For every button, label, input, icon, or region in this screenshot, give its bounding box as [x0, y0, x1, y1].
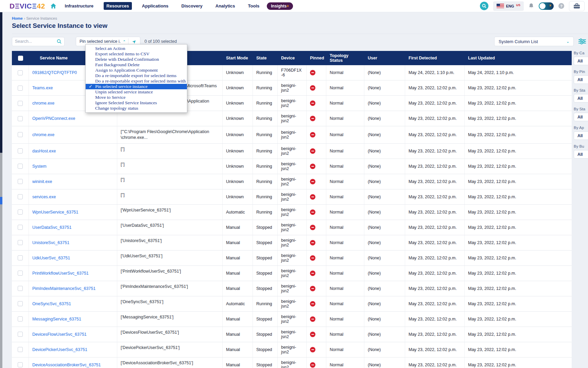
row-checkbox[interactable] — [18, 101, 23, 106]
action-menu-item[interactable]: Do a re-importable export for selected i… — [86, 78, 187, 84]
service-name-link[interactable]: wininit.exe — [32, 179, 52, 184]
start-mode-cell: Manual — [223, 266, 253, 281]
service-name-link[interactable]: UserDataSvc_63751 — [32, 225, 71, 230]
service-name-link[interactable]: UnistoreSvc_63751 — [32, 240, 69, 245]
header-last-updated[interactable]: Last Updated — [465, 51, 572, 65]
row-checkbox[interactable] — [18, 179, 23, 184]
briefcase-icon[interactable] — [569, 1, 585, 11]
row-checkbox[interactable] — [18, 194, 23, 199]
service-name-link[interactable]: DevicesFlowUserSvc_63751 — [32, 332, 87, 337]
global-search-icon[interactable] — [480, 2, 488, 10]
service-name-cell: OpenVPNConnect.exe — [29, 111, 117, 126]
header-device[interactable]: Device — [278, 51, 307, 65]
action-menu-item[interactable]: Ignore Selected Service Instances — [86, 100, 187, 106]
header-first-detected[interactable]: First Detected — [405, 51, 465, 65]
header-state[interactable]: State — [253, 51, 278, 65]
row-checkbox[interactable] — [18, 301, 23, 306]
nav-menu-item[interactable]: Tools — [245, 2, 262, 10]
select-all-checkbox[interactable] — [18, 56, 23, 61]
service-name-link[interactable]: UdkUserSvc_63751 — [32, 256, 70, 260]
pinned-status-icon — [310, 286, 315, 291]
row-checkbox[interactable] — [18, 132, 23, 137]
row-checkbox[interactable] — [18, 332, 23, 337]
nav-menu-item[interactable]: Applications — [139, 2, 171, 10]
service-name-link[interactable]: PrintWorkflowUserSvc_63751 — [32, 271, 89, 276]
service-name-link[interactable]: DeviceAssociationBrokerSvc_63751 — [32, 363, 101, 367]
action-select[interactable]: Pin selected service i... — [76, 39, 121, 44]
service-name-cell: OneSyncSvc_63751 — [29, 296, 117, 311]
filter-select[interactable]: All — [574, 75, 588, 84]
nav-menu-item[interactable]: Infrastructure — [62, 2, 97, 10]
nav-menu-item[interactable]: Resources — [104, 2, 132, 10]
column-list-select[interactable]: System Column List ⌄ — [494, 37, 574, 46]
action-menu-item[interactable]: Change topology status — [86, 106, 187, 111]
column-settings-icon[interactable] — [578, 38, 586, 44]
row-checkbox-cell — [12, 357, 29, 368]
first-detected-cell: May 23, 2022, 12:02 p.m. — [405, 111, 465, 126]
help-icon[interactable]: ? — [558, 3, 564, 9]
nav-menu-item[interactable]: Discovery — [179, 2, 205, 10]
header-topology-status[interactable]: Topology Status — [326, 51, 364, 65]
row-checkbox[interactable] — [18, 225, 23, 230]
search-input[interactable] — [15, 39, 57, 44]
action-menu-item[interactable]: Move to Service — [86, 95, 187, 100]
service-name-link[interactable]: PimIndexMaintenanceSvc_63751 — [32, 286, 96, 291]
nav-menu-item[interactable]: Analytics — [213, 2, 238, 10]
row-checkbox[interactable] — [18, 271, 23, 276]
action-menu-item[interactable]: Do a re-importable export for selected i… — [86, 73, 187, 78]
action-menu-item[interactable]: Delete with Detailed Confirmation — [86, 57, 187, 62]
row-checkbox[interactable] — [18, 255, 23, 260]
left-rail-scrollbar[interactable] — [0, 153, 2, 368]
device42-logo[interactable]: DΞVICΞ 42 — [10, 2, 45, 10]
action-menu-item[interactable]: Select an Action — [86, 46, 187, 51]
row-checkbox-cell — [12, 342, 29, 357]
filter-select[interactable]: All — [574, 94, 588, 103]
service-name-link[interactable]: OneSyncSvc_63751 — [32, 301, 71, 306]
insights-button[interactable]: Insights+ — [267, 2, 293, 10]
service-name-link[interactable]: dasHost.exe — [32, 149, 56, 153]
row-checkbox[interactable] — [18, 116, 23, 121]
row-checkbox[interactable] — [18, 209, 23, 215]
service-name-link[interactable]: OpenVPNConnect.exe — [32, 116, 75, 121]
row-checkbox[interactable] — [18, 286, 23, 291]
table-row: UserDataSvc_63751 ['UserDataSvc_63751'] … — [12, 220, 572, 235]
service-name-link[interactable]: 091862/QTCP/QTFTP0 — [32, 70, 77, 75]
row-checkbox[interactable] — [18, 240, 23, 245]
theme-toggle[interactable]: ☀ — [539, 2, 554, 10]
row-checkbox[interactable] — [18, 164, 23, 169]
service-name-link[interactable]: chrome.exe — [32, 101, 54, 106]
notifications-bell-icon[interactable] — [529, 3, 534, 9]
service-name-cell: DeviceAssociationBrokerSvc_63751 — [29, 357, 117, 368]
row-checkbox[interactable] — [18, 362, 23, 367]
language-selector[interactable]: ENG US — [493, 1, 524, 11]
action-menu-item[interactable]: ✓Pin selected service instance — [86, 84, 187, 89]
filter-select[interactable]: All — [574, 57, 588, 65]
service-name-link[interactable]: Teams.exe — [32, 86, 53, 90]
left-rail-collapsed-tab[interactable] — [0, 197, 2, 204]
action-menu-item[interactable]: Export selected items to CSV — [86, 51, 187, 57]
filter-select[interactable]: All — [574, 131, 588, 140]
action-menu-item[interactable]: Assign to Application Component — [86, 68, 187, 73]
device-cell: benigni-jsn2 — [278, 342, 307, 357]
files-cell: ['"C:\Program Files\Google\Chrome\Applic… — [117, 126, 223, 143]
home-icon[interactable] — [51, 3, 56, 8]
row-checkbox[interactable] — [18, 86, 23, 91]
row-checkbox[interactable] — [18, 316, 23, 321]
service-name-link[interactable]: DevicePickerUserSvc_63751 — [32, 347, 87, 352]
header-start-mode[interactable]: Start Mode — [223, 51, 253, 65]
filter-select[interactable]: All — [574, 113, 588, 121]
filter-select[interactable]: All — [574, 150, 588, 159]
service-name-link[interactable]: services.exe — [32, 195, 56, 199]
row-checkbox[interactable] — [18, 347, 23, 352]
service-name-link[interactable]: chrome.exe — [32, 132, 54, 137]
action-menu-item[interactable]: Unpin selected service instance — [86, 89, 187, 95]
action-menu-item[interactable]: Fast Background Delete — [86, 62, 187, 68]
service-name-link[interactable]: WpnUserService_63751 — [32, 210, 79, 215]
row-checkbox[interactable] — [18, 70, 23, 75]
header-pinned[interactable]: Pinned — [307, 51, 326, 65]
header-user[interactable]: User — [364, 51, 405, 65]
service-name-link[interactable]: System — [32, 164, 47, 169]
service-name-link[interactable]: MessagingService_63751 — [32, 317, 81, 321]
row-checkbox[interactable] — [18, 148, 23, 153]
breadcrumb-home-link[interactable]: Home — [12, 16, 23, 20]
